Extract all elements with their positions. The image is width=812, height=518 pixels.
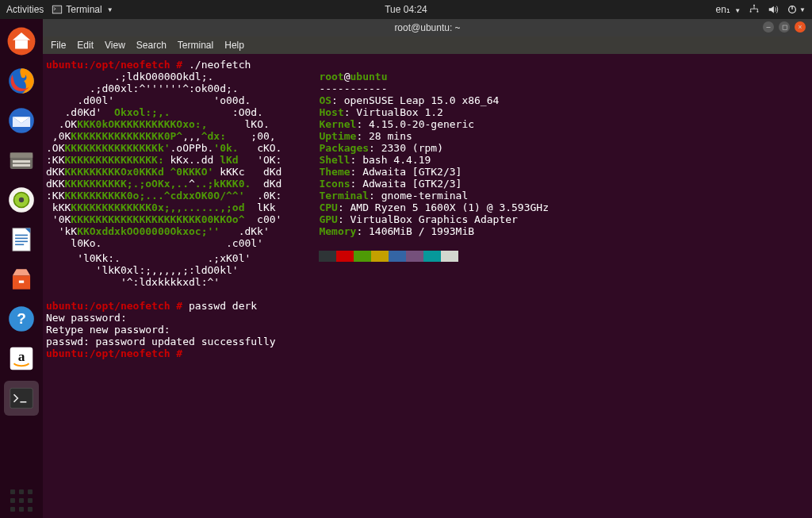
terminal-content[interactable]: ubuntu:/opt/neofetch # ./neofetch .;ldkO… [43, 54, 812, 364]
svg-text:a: a [18, 348, 25, 364]
svg-rect-22 [15, 241, 28, 243]
svg-rect-23 [15, 244, 24, 246]
svg-rect-2 [753, 5, 755, 6]
svg-rect-4 [757, 11, 759, 13]
dock-item-rhythmbox[interactable] [4, 182, 39, 217]
terminal-window: root@ubuntu: ~ – ◻ × File Edit View Sear… [43, 19, 812, 518]
chevron-down-icon: ▼ [799, 6, 806, 13]
svg-rect-24 [19, 281, 24, 283]
gnome-top-bar: Activities Terminal ▼ Tue 04:24 en₁ ▼ ▼ [0, 0, 812, 19]
menu-edit[interactable]: Edit [77, 40, 94, 51]
menu-help[interactable]: Help [224, 40, 244, 51]
dock-item-thunderbird[interactable] [4, 103, 39, 138]
dock-item-files[interactable] [4, 143, 39, 178]
window-titlebar[interactable]: root@ubuntu: ~ – ◻ × [43, 19, 812, 36]
svg-rect-20 [15, 235, 28, 236]
menu-file[interactable]: File [51, 40, 66, 51]
svg-rect-14 [13, 164, 30, 167]
dock-item-software[interactable] [4, 262, 39, 297]
svg-text:?: ? [17, 310, 26, 327]
window-close-button[interactable]: × [795, 21, 806, 33]
dock: ? a [0, 19, 43, 518]
dock-item-firefox[interactable] [4, 63, 39, 98]
activities-button[interactable]: Activities [6, 4, 44, 15]
window-title: root@ubuntu: ~ [394, 22, 460, 33]
svg-rect-21 [15, 238, 28, 240]
chevron-down-icon: ▼ [734, 7, 741, 14]
svg-point-17 [19, 198, 24, 202]
input-source-indicator[interactable]: en₁ ▼ [715, 4, 741, 15]
terminal-icon [52, 4, 63, 15]
svg-rect-3 [750, 11, 752, 13]
svg-rect-29 [10, 388, 33, 408]
chevron-down-icon: ▼ [107, 6, 113, 13]
menu-search[interactable]: Search [136, 40, 167, 51]
svg-rect-8 [15, 40, 28, 48]
dock-item-terminal[interactable] [4, 381, 39, 416]
menubar: File Edit View Search Terminal Help [43, 36, 812, 54]
dock-item-nautilus-home[interactable] [4, 24, 39, 59]
show-applications-button[interactable] [4, 483, 39, 518]
window-maximize-button[interactable]: ◻ [779, 21, 790, 33]
menu-terminal[interactable]: Terminal [178, 40, 213, 51]
app-menu-label: Terminal [66, 4, 102, 15]
dock-item-help[interactable]: ? [4, 301, 39, 336]
svg-rect-12 [10, 153, 33, 158]
window-minimize-button[interactable]: – [763, 21, 774, 33]
volume-icon[interactable] [768, 4, 779, 15]
power-icon[interactable]: ▼ [787, 4, 806, 15]
clock[interactable]: Tue 04:24 [385, 4, 427, 15]
svg-rect-13 [13, 160, 30, 163]
menu-view[interactable]: View [105, 40, 125, 51]
dock-item-amazon[interactable]: a [4, 341, 39, 376]
app-menu[interactable]: Terminal ▼ [52, 4, 113, 15]
dock-item-libreoffice-writer[interactable] [4, 222, 39, 257]
network-icon[interactable] [749, 4, 760, 15]
svg-rect-18 [13, 228, 30, 251]
